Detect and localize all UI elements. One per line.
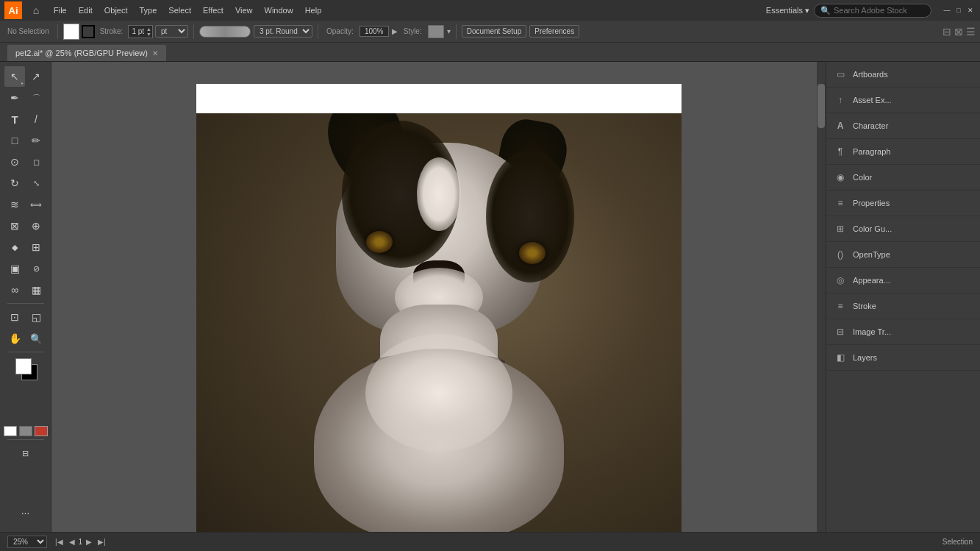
mesh-tool[interactable]: ⊞ [26, 237, 46, 257]
blob-brush-tool[interactable]: ⊙ [4, 152, 25, 172]
close-button[interactable]: ✕ [965, 5, 976, 15]
menu-effect[interactable]: Effect [198, 4, 229, 16]
color-none-box[interactable] [4, 426, 17, 436]
hand-tool[interactable]: ✋ [4, 328, 25, 349]
panel-image-trace[interactable]: ⊟ Image Tr... [826, 319, 980, 345]
document-setup-button[interactable]: Document Setup [462, 25, 527, 38]
stroke-up-arrow[interactable]: ▲ [146, 26, 151, 32]
nav-last-button[interactable]: ▶| [96, 537, 108, 547]
shape-builder-icon: ⊕ [32, 220, 40, 232]
foreground-color[interactable] [15, 358, 32, 374]
scale-tool[interactable]: ⤡ [26, 173, 46, 193]
stroke-down-arrow[interactable]: ▼ [146, 32, 151, 37]
panel-color-guide[interactable]: ⊞ Color Gu... [826, 216, 980, 242]
workspace-selector[interactable]: Essentials ▾ [766, 6, 809, 15]
arrange-icon-1[interactable]: ⊟ [943, 26, 951, 38]
slice-tool[interactable]: ◱ [26, 307, 46, 327]
eyedropper-tool[interactable]: ⊘ [26, 258, 46, 279]
home-icon[interactable]: ⌂ [28, 2, 44, 18]
tool-row-8: ⊠ ⊕ [4, 216, 46, 236]
width-tool[interactable]: ⟺ [26, 194, 46, 215]
type-tool[interactable]: T [4, 109, 25, 129]
curvature-tool[interactable]: ⌒ [26, 88, 46, 108]
asset-export-label: Asset Ex... [853, 96, 892, 104]
style-dropdown-icon[interactable]: ▾ [447, 27, 451, 35]
panel-layers[interactable]: ◧ Layers [826, 345, 980, 371]
brush-stroke-preview [199, 26, 251, 38]
blend-tool[interactable]: ∞ [4, 280, 25, 300]
vertical-scrollbar[interactable] [817, 62, 826, 532]
document-tab[interactable]: pet2.ai* @ 25% (RGB/GPU Preview) ✕ [7, 45, 166, 61]
color-red-box[interactable] [35, 426, 48, 436]
panel-color[interactable]: ◉ Color [826, 165, 980, 191]
shape-builder-tool[interactable]: ⊕ [26, 216, 46, 236]
line-tool[interactable]: / [26, 109, 46, 129]
paintbrush-tool[interactable]: ✏ [26, 130, 46, 151]
stroke-color-box[interactable] [82, 25, 95, 38]
workspace-label: Essentials [766, 6, 803, 15]
tab-close-button[interactable]: ✕ [152, 49, 158, 57]
arrange-icon-2[interactable]: ⊠ [954, 26, 963, 38]
panel-stroke[interactable]: ≡ Stroke [826, 294, 980, 319]
gradient-tool[interactable]: ▣ [4, 258, 25, 279]
menu-window[interactable]: Window [260, 4, 298, 16]
direct-selection-tool[interactable]: ↗ [26, 66, 46, 87]
panel-paragraph[interactable]: ¶ Paragraph [826, 139, 980, 165]
rectangle-tool[interactable]: □ [4, 130, 25, 151]
menu-view[interactable]: View [230, 4, 258, 16]
panel-opentype[interactable]: () OpenType [826, 242, 980, 268]
panel-character[interactable]: A Character [826, 113, 980, 139]
tools-divider-1 [7, 303, 44, 304]
search-input[interactable] [834, 6, 922, 15]
change-screen-mode-tool[interactable]: ⊟ [15, 443, 36, 463]
panel-artboards[interactable]: ▭ Artboards [826, 62, 980, 88]
menu-select[interactable]: Select [163, 4, 196, 16]
gradient-tool-icon: ▣ [10, 263, 20, 274]
tool-row-6: ↻ ⤡ [4, 173, 46, 193]
panel-asset-export[interactable]: ↑ Asset Ex... [826, 88, 980, 113]
stroke-width-spinner[interactable]: 1 pt ▲ ▼ [128, 25, 153, 38]
panel-appearance[interactable]: ◎ Appeara... [826, 268, 980, 294]
pen-tool[interactable]: ✒ [4, 88, 25, 108]
menu-help[interactable]: Help [300, 4, 327, 16]
nav-prev-button[interactable]: ◀ [67, 537, 77, 547]
style-box[interactable] [428, 25, 444, 38]
nav-next-button[interactable]: ▶ [84, 537, 94, 547]
panel-properties[interactable]: ≡ Properties [826, 191, 980, 216]
opacity-expand-icon[interactable]: ▶ [392, 27, 398, 35]
color-icon: ◉ [834, 171, 847, 184]
eraser-tool[interactable]: ◻ [26, 152, 46, 172]
artboard-tool[interactable]: ⊡ [4, 307, 25, 327]
scrollbar-thumb[interactable] [818, 84, 825, 128]
maximize-button[interactable]: □ [954, 5, 964, 15]
arrange-icon-3[interactable]: ☰ [966, 26, 976, 38]
menu-object[interactable]: Object [99, 4, 133, 16]
color-gray-box[interactable] [19, 426, 32, 436]
warp-tool[interactable]: ≋ [4, 194, 25, 215]
nav-first-button[interactable]: |◀ [53, 537, 65, 547]
color-area [10, 358, 42, 383]
perspective-tool[interactable]: ◆ [4, 237, 25, 257]
stroke-units-select[interactable]: ptpxmm [155, 25, 188, 38]
brush-type-select[interactable]: 3 pt. Round [254, 25, 312, 38]
zoom-select[interactable]: 25% 50%100%200% [7, 536, 47, 548]
menu-edit[interactable]: Edit [74, 4, 98, 16]
menu-type[interactable]: Type [135, 4, 162, 16]
more-tools-button[interactable]: ··· [7, 502, 44, 523]
properties-icon: ≡ [834, 196, 847, 210]
selection-tool[interactable]: ↖ ▸ [4, 66, 25, 87]
search-stock-box[interactable]: 🔍 [814, 4, 931, 18]
zoom-tool[interactable]: 🔍 [26, 328, 46, 349]
rotate-tool[interactable]: ↻ [4, 173, 25, 193]
opacity-input[interactable] [360, 26, 389, 37]
stroke-spinner-arrows[interactable]: ▲ ▼ [146, 26, 151, 37]
minimize-button[interactable]: — [942, 5, 952, 15]
free-transform-tool[interactable]: ⊠ [4, 216, 25, 236]
graph-tool[interactable]: ▦ [26, 280, 46, 300]
menu-file[interactable]: File [49, 4, 72, 16]
tool-row-3: T / [4, 109, 46, 129]
canvas-scroll[interactable] [51, 62, 826, 532]
preferences-button[interactable]: Preferences [529, 25, 579, 38]
paragraph-label: Paragraph [853, 147, 890, 156]
fill-color-box[interactable] [63, 24, 79, 40]
